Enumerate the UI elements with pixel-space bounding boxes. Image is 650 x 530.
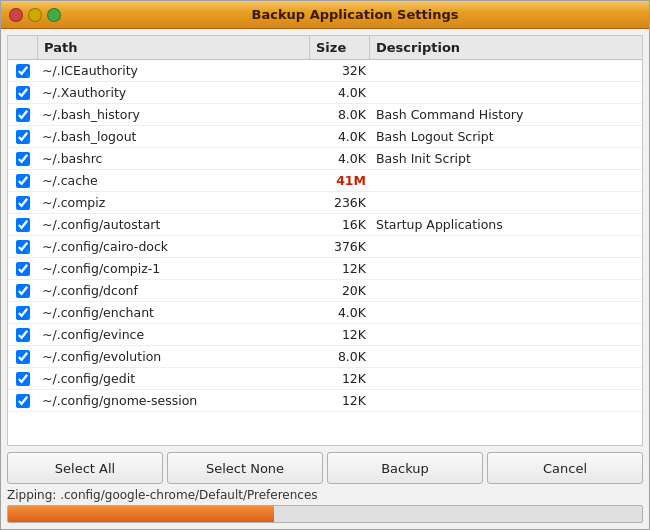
row-description (370, 244, 642, 250)
row-size: 8.0K (310, 346, 370, 367)
row-checkbox[interactable] (16, 196, 30, 210)
row-path: ~/.compiz (38, 192, 310, 213)
row-description (370, 354, 642, 360)
row-checkbox[interactable] (16, 174, 30, 188)
row-path: ~/.config/dconf (38, 280, 310, 301)
row-description: Bash Command History (370, 104, 642, 125)
window-title: Backup Application Settings (69, 7, 641, 22)
row-description (370, 266, 642, 272)
row-checkbox-cell[interactable] (8, 62, 38, 80)
row-checkbox[interactable] (16, 372, 30, 386)
select-none-button[interactable]: Select None (167, 452, 323, 484)
row-checkbox-cell[interactable] (8, 348, 38, 366)
row-checkbox[interactable] (16, 350, 30, 364)
row-checkbox[interactable] (16, 240, 30, 254)
row-path: ~/.cache (38, 170, 310, 191)
table-row: ~/.bash_history8.0KBash Command History (8, 104, 642, 126)
row-path: ~/.bash_logout (38, 126, 310, 147)
titlebar: Backup Application Settings (1, 1, 649, 29)
row-checkbox-cell[interactable] (8, 150, 38, 168)
row-path: ~/.Xauthority (38, 82, 310, 103)
table-row: ~/.config/autostart16KStartup Applicatio… (8, 214, 642, 236)
row-checkbox-cell[interactable] (8, 106, 38, 124)
file-table[interactable]: Path Size Description ~/.ICEauthority32K… (7, 35, 643, 446)
maximize-button[interactable] (47, 8, 61, 22)
row-size: 16K (310, 214, 370, 235)
row-description (370, 332, 642, 338)
row-checkbox-cell[interactable] (8, 370, 38, 388)
row-size: 8.0K (310, 104, 370, 125)
row-path: ~/.config/evince (38, 324, 310, 345)
row-path: ~/.config/gedit (38, 368, 310, 389)
table-row: ~/.config/compiz-112K (8, 258, 642, 280)
row-size: 32K (310, 60, 370, 81)
table-row: ~/.ICEauthority32K (8, 60, 642, 82)
row-checkbox[interactable] (16, 394, 30, 408)
row-size: 12K (310, 368, 370, 389)
row-checkbox[interactable] (16, 306, 30, 320)
table-row: ~/.config/evince12K (8, 324, 642, 346)
header-description: Description (370, 36, 642, 59)
row-path: ~/.ICEauthority (38, 60, 310, 81)
row-size: 4.0K (310, 148, 370, 169)
row-checkbox-cell[interactable] (8, 326, 38, 344)
row-checkbox[interactable] (16, 108, 30, 122)
row-checkbox[interactable] (16, 152, 30, 166)
row-size: 4.0K (310, 82, 370, 103)
row-checkbox[interactable] (16, 86, 30, 100)
table-row: ~/.config/cairo-dock376K (8, 236, 642, 258)
window: Backup Application Settings Path Size De… (0, 0, 650, 530)
row-checkbox-cell[interactable] (8, 392, 38, 410)
row-size: 236K (310, 192, 370, 213)
minimize-button[interactable] (28, 8, 42, 22)
row-description (370, 288, 642, 294)
status-bar: Zipping: .config/google-chrome/Default/P… (7, 488, 643, 523)
row-checkbox-cell[interactable] (8, 172, 38, 190)
row-size: 12K (310, 324, 370, 345)
header-size: Size (310, 36, 370, 59)
row-checkbox-cell[interactable] (8, 194, 38, 212)
table-row: ~/.bashrc4.0KBash Init Script (8, 148, 642, 170)
table-row: ~/.config/evolution8.0K (8, 346, 642, 368)
row-checkbox[interactable] (16, 64, 30, 78)
row-path: ~/.config/compiz-1 (38, 258, 310, 279)
row-description (370, 90, 642, 96)
row-size: 12K (310, 390, 370, 411)
row-checkbox-cell[interactable] (8, 260, 38, 278)
row-description (370, 310, 642, 316)
titlebar-buttons (9, 8, 61, 22)
table-row: ~/.config/gnome-session12K (8, 390, 642, 412)
header-path: Path (38, 36, 310, 59)
row-checkbox-cell[interactable] (8, 304, 38, 322)
row-checkbox[interactable] (16, 218, 30, 232)
row-checkbox-cell[interactable] (8, 128, 38, 146)
backup-button[interactable]: Backup (327, 452, 483, 484)
row-path: ~/.config/gnome-session (38, 390, 310, 411)
row-checkbox-cell[interactable] (8, 282, 38, 300)
row-description: Bash Init Script (370, 148, 642, 169)
status-text: Zipping: .config/google-chrome/Default/P… (7, 488, 643, 502)
button-row: Select All Select None Backup Cancel (7, 452, 643, 484)
row-checkbox[interactable] (16, 130, 30, 144)
cancel-button[interactable]: Cancel (487, 452, 643, 484)
row-description: Bash Logout Script (370, 126, 642, 147)
table-row: ~/.config/enchant4.0K (8, 302, 642, 324)
row-checkbox[interactable] (16, 262, 30, 276)
row-size: 4.0K (310, 302, 370, 323)
row-description: Startup Applications (370, 214, 642, 235)
table-row: ~/.cache41M (8, 170, 642, 192)
table-row: ~/.config/dconf20K (8, 280, 642, 302)
table-row: ~/.compiz236K (8, 192, 642, 214)
row-checkbox-cell[interactable] (8, 238, 38, 256)
select-all-button[interactable]: Select All (7, 452, 163, 484)
content-area: Path Size Description ~/.ICEauthority32K… (1, 29, 649, 529)
row-checkbox-cell[interactable] (8, 84, 38, 102)
table-row: ~/.bash_logout4.0KBash Logout Script (8, 126, 642, 148)
row-path: ~/.bash_history (38, 104, 310, 125)
row-checkbox[interactable] (16, 328, 30, 342)
row-path: ~/.config/autostart (38, 214, 310, 235)
close-button[interactable] (9, 8, 23, 22)
row-checkbox-cell[interactable] (8, 216, 38, 234)
row-size: 4.0K (310, 126, 370, 147)
row-checkbox[interactable] (16, 284, 30, 298)
